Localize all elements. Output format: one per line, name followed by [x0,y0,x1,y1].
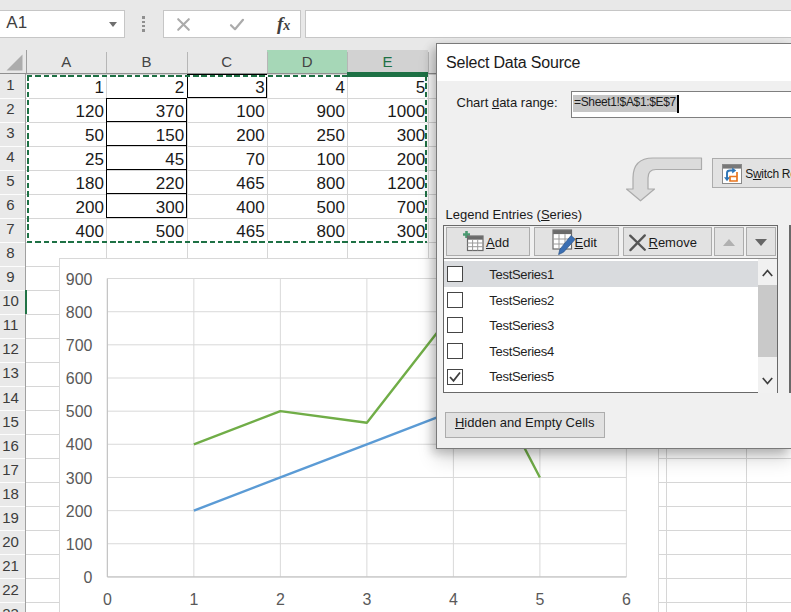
svg-text:400: 400 [66,436,93,453]
svg-text:300: 300 [66,469,93,486]
svg-text:200: 200 [66,503,93,520]
svg-text:900: 900 [66,270,93,287]
svg-text:0: 0 [84,569,93,586]
svg-text:5: 5 [535,591,544,608]
svg-text:0: 0 [103,591,112,608]
svg-text:2: 2 [276,591,285,608]
svg-text:600: 600 [66,370,93,387]
svg-text:1: 1 [189,591,198,608]
svg-text:3: 3 [362,591,371,608]
svg-text:100: 100 [66,536,93,553]
svg-text:800: 800 [66,304,93,321]
svg-text:700: 700 [66,337,93,354]
svg-text:4: 4 [449,591,458,608]
svg-text:500: 500 [66,403,93,420]
svg-text:6: 6 [622,591,631,608]
